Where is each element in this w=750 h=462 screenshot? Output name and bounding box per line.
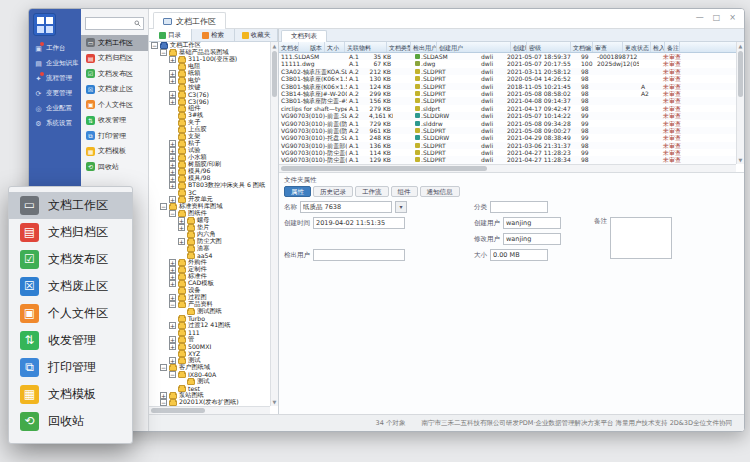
table-row[interactable]: C3B14-轴承座J#-W-2003(00... A.2 299 KB .SLD… xyxy=(279,90,736,97)
workspace-menu-item[interactable]: ☒ 文档废止区 xyxy=(81,82,148,98)
column-header[interactable]: 创建时间 xyxy=(511,42,527,52)
scrollbar-thumb[interactable] xyxy=(738,51,743,97)
table-row[interactable]: circlips for shaft—type... A.1 279 KB .s… xyxy=(279,105,736,112)
tree-node[interactable]: + 泵站图纸 xyxy=(149,392,270,399)
tree-node[interactable]: Turbo xyxy=(149,315,270,322)
tree-node[interactable]: + 标准件 xyxy=(149,273,270,280)
column-header[interactable]: 文档名称 xyxy=(279,42,299,52)
tree-node[interactable]: + 外购件 xyxy=(149,259,270,266)
properties-tab[interactable]: 组件 xyxy=(391,186,418,197)
primary-nav-item[interactable]: ▤ 企业知识库 xyxy=(29,56,81,71)
tree-node[interactable]: − 客户图纸域 xyxy=(149,364,270,371)
table-row[interactable]: VG90703(010)-防尘盖(#96)... A.1 129 KB .SLD… xyxy=(279,156,736,163)
table-row[interactable]: VG90703(010)-前盖部(P53)... A.1 136 KB .SLD… xyxy=(279,142,736,149)
workspace-menu-item[interactable]: ▤ 文档归档区 xyxy=(81,51,148,67)
tree-node[interactable]: 油塞 xyxy=(149,245,270,252)
tree-node[interactable]: 上点胶 xyxy=(149,126,270,133)
tree-vertical-scrollbar[interactable]: ▲ ▼ xyxy=(270,42,278,406)
tree-tab[interactable]: 检索 xyxy=(192,29,235,41)
tree-node[interactable]: + 模具/98 xyxy=(149,175,270,182)
popup-menu-item[interactable]: ⇅ 收发管理 xyxy=(9,327,132,354)
scroll-up-icon[interactable]: ▲ xyxy=(737,42,744,50)
table-row[interactable]: C3B01-轴承座防尘盖-#56(3... A.1 156 KB .SLDPRT… xyxy=(279,97,736,104)
tree-node[interactable]: + 管 xyxy=(149,336,270,343)
column-header[interactable]: 检入标记 xyxy=(651,42,665,52)
primary-nav-item[interactable]: ▣ 工作台 xyxy=(29,41,81,56)
tree-node[interactable]: + 粘子 xyxy=(149,140,270,147)
tree-expander-icon[interactable]: + xyxy=(169,161,176,168)
tree-node[interactable]: − IX80-40A xyxy=(149,371,270,378)
popup-menu-item[interactable]: ▤ 文档归档区 xyxy=(9,219,132,246)
tree-node[interactable]: + BT803数控冲床夹具 6 图纸 xyxy=(149,182,270,189)
tree-node[interactable]: + 纸箱 xyxy=(149,70,270,77)
column-header[interactable]: 检出用户 xyxy=(411,42,437,52)
table-row[interactable]: VG90703(010)-前盖(防尘)... A.2 961 KB .SLDPR… xyxy=(279,127,736,134)
tree-expander-icon[interactable]: + xyxy=(169,273,176,280)
table-row[interactable]: VG90703(010)-防尘盖(#96)... A.1 114 KB .SLD… xyxy=(279,149,736,156)
workspace-menu-item[interactable]: ▦ 文档模板 xyxy=(81,144,148,160)
column-header[interactable]: 大小 xyxy=(325,42,345,52)
tree-node[interactable]: 支架 xyxy=(149,133,270,140)
scrollbar-thumb[interactable] xyxy=(272,51,277,97)
tree-node[interactable]: 3#线 xyxy=(149,112,270,119)
tree-expander-icon[interactable]: + xyxy=(169,343,176,350)
tree-node[interactable]: + 模具/96 xyxy=(149,168,270,175)
window-control-icon[interactable]: □ xyxy=(713,13,721,22)
size-field[interactable] xyxy=(490,249,548,261)
category-field[interactable] xyxy=(490,201,548,213)
column-header[interactable]: 更改状态 xyxy=(623,42,651,52)
tree-expander-icon[interactable]: + xyxy=(169,168,176,175)
tree-node[interactable]: + C3(96) xyxy=(149,98,270,105)
scrollbar-thumb[interactable] xyxy=(281,166,487,171)
tree-node[interactable]: + C3(76) xyxy=(149,91,270,98)
tree-expander-icon[interactable]: − xyxy=(169,371,176,378)
tree-node[interactable]: 夹子 xyxy=(149,119,270,126)
primary-nav-item[interactable]: ◎ 企业配置 xyxy=(29,101,81,116)
tree-expander-icon[interactable]: − xyxy=(160,399,167,406)
creator-field[interactable] xyxy=(503,217,561,229)
popup-menu-item[interactable]: ⧉ 打印管理 xyxy=(9,354,132,381)
tree-node[interactable]: + 测试 xyxy=(149,357,270,364)
tree-node[interactable]: − 图纸件 xyxy=(149,210,270,217)
tree-expander-icon[interactable]: + xyxy=(178,217,185,224)
scroll-down-icon[interactable]: ▼ xyxy=(271,398,278,406)
window-control-icon[interactable]: — xyxy=(696,13,704,22)
workspace-menu-item[interactable]: ⇅ 收发管理 xyxy=(81,113,148,129)
tree-node[interactable]: 内六角 xyxy=(149,231,270,238)
column-header[interactable]: 审查 xyxy=(593,42,623,52)
tree-node[interactable]: − 基础产品总装图域 xyxy=(149,49,270,56)
column-header[interactable]: 密级 xyxy=(527,42,571,52)
tree-node[interactable]: + 开发单元 xyxy=(149,196,270,203)
tree-node[interactable]: + 试验 xyxy=(149,147,270,154)
tree-expander-icon[interactable]: − xyxy=(160,364,167,371)
tree-expander-icon[interactable]: + xyxy=(178,224,185,231)
scroll-down-icon[interactable]: ▼ xyxy=(737,156,744,164)
table-row[interactable]: 11111.dwg A.1 67 KB .dwg dwli 2021-05-07… xyxy=(279,60,736,67)
tree-horizontal-scrollbar[interactable] xyxy=(149,406,270,414)
modifier-field[interactable] xyxy=(503,233,561,245)
column-header[interactable]: 文档类型 xyxy=(387,42,411,52)
search-box[interactable] xyxy=(85,17,144,30)
tree-node[interactable]: 组件 xyxy=(149,105,270,112)
primary-nav-item[interactable]: ✦ 流程管理 xyxy=(29,71,81,86)
popup-menu-item[interactable]: ▦ 文档模板 xyxy=(9,381,132,408)
table-row[interactable]: VG90703(010)-前盖.SLDDRW A.2 4,161 KB .SLD… xyxy=(279,112,736,119)
column-header[interactable]: 版本 xyxy=(299,42,325,52)
tree-expander-icon[interactable]: − xyxy=(160,49,167,56)
tree-expander-icon[interactable]: − xyxy=(160,203,167,210)
tree-expander-icon[interactable]: + xyxy=(169,357,176,364)
scroll-up-icon[interactable]: ▲ xyxy=(271,42,278,50)
tree-node[interactable]: + CAD模板 xyxy=(149,280,270,287)
tree-expander-icon[interactable]: + xyxy=(169,294,176,301)
tree-node[interactable]: + 电炉 xyxy=(149,77,270,84)
workspace-menu-item[interactable]: ⧉ 打印管理 xyxy=(81,128,148,144)
tree-expander-icon[interactable]: + xyxy=(178,238,185,245)
tree-expander-icon[interactable]: + xyxy=(169,147,176,154)
list-horizontal-scrollbar[interactable] xyxy=(279,164,736,172)
table-row[interactable]: C3B01-轴承座(K06×1.5×1... A.1 130 KB .SLDPR… xyxy=(279,75,736,82)
tree-expander-icon[interactable]: + xyxy=(169,266,176,273)
properties-tab[interactable]: 工作流 xyxy=(355,186,389,197)
tree-node[interactable]: + 定制件 xyxy=(149,266,270,273)
tree-expander-icon[interactable]: + xyxy=(169,154,176,161)
tree-tab[interactable]: 收藏夹 xyxy=(235,29,278,41)
